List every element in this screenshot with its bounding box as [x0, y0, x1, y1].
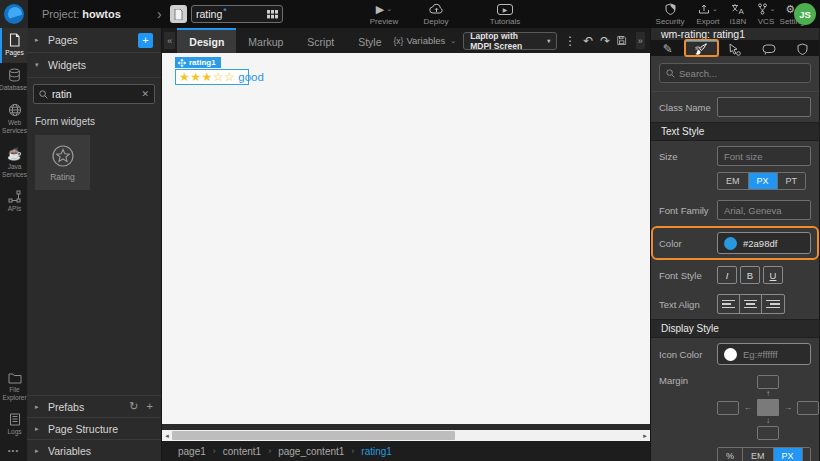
tab-script[interactable]: Script — [295, 28, 346, 53]
align-right-button[interactable] — [762, 295, 784, 313]
text-color-field[interactable]: #2a98df — [717, 232, 811, 254]
class-name-row: Class Name — [651, 92, 819, 122]
icon-color-field[interactable]: Eg:#ffffff — [717, 343, 811, 365]
kebab-menu-icon[interactable]: ⋮ — [564, 34, 576, 48]
rating-widget-on-canvas[interactable]: rating1 ★★★☆☆ good — [175, 57, 249, 85]
tab-style[interactable]: Style — [346, 28, 393, 53]
wavemaker-logo[interactable] — [0, 0, 28, 28]
widget-search-input[interactable] — [52, 89, 137, 100]
margin-control: ↑ ← → ↓ — [717, 375, 819, 440]
unit-pt-button[interactable]: PT — [803, 448, 811, 461]
rail-item-logs[interactable]: Logs — [0, 408, 27, 442]
tab-events[interactable] — [718, 40, 752, 56]
rating-widget-body[interactable]: ★★★☆☆ good — [175, 69, 249, 85]
icon-color-swatch[interactable] — [724, 348, 737, 361]
rail-item-web-services[interactable]: Web Services — [0, 98, 27, 141]
move-icon — [178, 59, 186, 67]
scroll-left-icon[interactable]: ◂ — [162, 432, 172, 440]
rail-item-java-services[interactable]: ☕ Java Services — [0, 142, 27, 185]
tab-design[interactable]: Design — [177, 28, 236, 53]
page-structure-section-header[interactable]: ▸ Page Structure — [27, 417, 161, 439]
margin-left-input[interactable] — [717, 401, 739, 415]
unit-em-button[interactable]: EM — [718, 173, 749, 189]
inspector-tabs: ✎ — [651, 40, 819, 56]
tab-security[interactable] — [785, 40, 819, 56]
rail-item-databases[interactable]: Databases — [0, 63, 27, 98]
rail-item-pages[interactable]: Pages — [0, 28, 27, 63]
prefabs-section-header[interactable]: ▸ Prefabs ↻ + — [27, 395, 161, 417]
page-type-button[interactable] — [170, 5, 187, 23]
design-canvas[interactable]: rating1 ★★★☆☆ good — [162, 53, 650, 424]
clear-search-icon[interactable]: ✕ — [141, 89, 149, 99]
tab-bindings[interactable] — [752, 40, 786, 56]
display-style-section-header: Display Style — [651, 319, 819, 338]
margin-top-input[interactable] — [757, 375, 779, 389]
tab-properties[interactable]: ✎ — [651, 40, 685, 56]
margin-bottom-input[interactable] — [757, 426, 779, 440]
add-page-button[interactable]: + — [138, 33, 153, 48]
rail-item-apis[interactable]: APIs — [0, 185, 27, 219]
unit-px-button[interactable]: PX — [774, 448, 803, 461]
collapse-left-panel-button[interactable]: « — [164, 32, 175, 49]
bold-button[interactable]: B — [740, 266, 760, 284]
font-family-input[interactable] — [717, 200, 811, 220]
unit-percent-button[interactable]: % — [718, 448, 743, 461]
redo-icon[interactable]: ↷ — [600, 34, 610, 48]
chevron-down-icon: ⌄ — [386, 5, 392, 13]
breadcrumb-page-content1[interactable]: page_content1 — [278, 446, 344, 457]
margin-right-input[interactable] — [797, 401, 819, 415]
chevron-icon: › — [351, 446, 354, 456]
align-center-button[interactable] — [740, 295, 762, 313]
property-search-input[interactable] — [679, 68, 804, 79]
device-selector-dropdown[interactable]: Laptop with MDPI Screen ▾ — [463, 32, 557, 50]
unit-pt-button[interactable]: PT — [778, 173, 806, 189]
rating-widget-tile[interactable]: Rating — [35, 135, 90, 190]
add-prefab-icon[interactable]: + — [147, 400, 153, 413]
rail-more-button[interactable]: ••• — [0, 442, 27, 461]
underline-button[interactable]: U — [763, 266, 783, 284]
scroll-right-icon[interactable]: ▸ — [640, 432, 650, 440]
color-swatch[interactable] — [724, 237, 737, 250]
unit-em-button[interactable]: EM — [743, 448, 774, 461]
left-icon-rail: Pages Databases Web Services ☕ Java Serv… — [0, 28, 27, 461]
widget-selection-label[interactable]: rating1 — [175, 57, 221, 68]
preview-button[interactable]: ▶⌄ Preview — [362, 2, 406, 26]
api-nodes-icon — [8, 190, 21, 203]
horizontal-scrollbar[interactable]: ◂ ▸ — [162, 430, 650, 441]
undo-icon[interactable]: ↶ — [583, 34, 593, 48]
page-grid-icon[interactable] — [267, 10, 278, 19]
pages-icon — [8, 33, 21, 47]
icon-color-row: Icon Color Eg:#ffffff — [651, 338, 819, 370]
scrollbar-thumb[interactable] — [172, 431, 455, 440]
rail-item-file-explorer[interactable]: File Explorer — [0, 367, 27, 408]
widgets-section-header[interactable]: ▾ Widgets — [27, 53, 161, 78]
unit-px-button[interactable]: PX — [749, 173, 778, 189]
align-left-button[interactable] — [718, 295, 740, 313]
current-page-selector[interactable]: rating * — [191, 5, 283, 23]
pencil-icon: ✎ — [663, 42, 673, 56]
cursor-action-icon — [728, 43, 741, 56]
italic-button[interactable]: I — [717, 266, 737, 284]
variables-menu[interactable]: {x} Variables ⌄ — [394, 35, 457, 46]
size-row: Size — [651, 141, 819, 171]
refresh-prefabs-icon[interactable]: ↻ — [129, 400, 138, 413]
tab-styles[interactable] — [685, 40, 719, 56]
translate-icon: A — [731, 3, 745, 15]
tab-markup[interactable]: Markup — [236, 28, 295, 53]
font-size-input[interactable] — [717, 146, 811, 166]
breadcrumb-content1[interactable]: content1 — [223, 446, 261, 457]
save-icon[interactable] — [617, 34, 626, 47]
breadcrumb-rating1[interactable]: rating1 — [361, 446, 392, 457]
deploy-button[interactable]: Deploy — [414, 2, 458, 26]
variables-section-header[interactable]: ▸ Variables — [27, 439, 161, 461]
breadcrumb-page1[interactable]: page1 — [178, 446, 206, 457]
breadcrumb-chevron-icon: › — [157, 6, 162, 22]
rating-stars[interactable]: ★★★☆☆ — [179, 70, 235, 84]
user-avatar[interactable]: JS — [794, 3, 816, 25]
dropdown-arrow-icon: ▾ — [547, 37, 550, 44]
collapse-right-panel-button[interactable]: » — [636, 32, 645, 49]
tutorials-button[interactable]: ▶ Tutorials — [483, 2, 527, 26]
coffee-icon: ☕ — [7, 147, 22, 161]
pages-section-header[interactable]: ▸ Pages + — [27, 28, 161, 53]
class-name-input[interactable] — [717, 97, 811, 117]
